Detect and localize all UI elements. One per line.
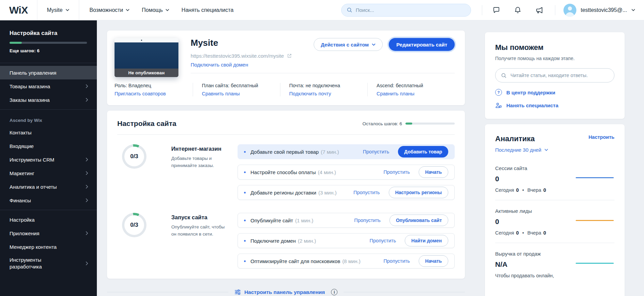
chevron-right-icon: [86, 198, 88, 202]
skip-link[interactable]: Пропустить: [383, 258, 410, 264]
site-menu-dropdown[interactable]: Mysite: [37, 7, 79, 13]
steps-remaining: Осталось шагов: 6: [362, 121, 455, 126]
nav-help[interactable]: Помощь: [142, 7, 169, 13]
help-title: Мы поможем: [495, 43, 614, 52]
setup-section-store: 0/3 Интернет-магазин Добавьте товары и п…: [117, 144, 455, 200]
divider: [107, 292, 228, 292]
divider: [0, 210, 97, 210]
task-optimize-seo: Оптимизируйте сайт для поисковиков (8 ми…: [238, 254, 455, 269]
sidebar-progress-bar: [10, 42, 87, 44]
sidebar-section-ascend: Ascend by Wix: [0, 112, 97, 126]
chevron-down-icon: [126, 9, 129, 11]
setup-section-launch: 0/3 Запуск сайта Опубликуйте сайт, чтобы…: [117, 213, 455, 269]
chevron-right-icon: [86, 261, 88, 265]
setup-regions-button[interactable]: Настроить регионы: [389, 187, 448, 198]
sidebar-item-developer-tools[interactable]: Инструменты разработчика: [0, 254, 97, 273]
hire-specialist-link[interactable]: Нанять специалиста: [495, 102, 614, 109]
analytics-card: Аналитика Настроить Последние 30 дней Се…: [485, 124, 625, 296]
search-icon: [347, 7, 352, 13]
sidebar-item-store-products[interactable]: Товары магазина: [0, 79, 97, 93]
skip-link[interactable]: Пропустить: [353, 190, 380, 195]
hire-specialist-icon: [495, 102, 502, 109]
wix-logo[interactable]: WiX: [0, 4, 37, 16]
search-icon: [501, 73, 507, 78]
external-link-icon[interactable]: [287, 53, 292, 58]
edit-site-button[interactable]: Редактировать сайт: [389, 38, 455, 51]
nav-features-label: Возможности: [89, 7, 123, 13]
nav-features[interactable]: Возможности: [89, 7, 129, 13]
site-url: https://testtestovic395.wixsite.com/mysi…: [191, 53, 284, 59]
chevron-down-icon: [631, 9, 635, 11]
sidebar-item-inbox[interactable]: Входящие: [0, 139, 97, 153]
site-actions-button[interactable]: Действия с сайтом: [314, 38, 383, 51]
add-product-button[interactable]: Добавить товар: [398, 146, 448, 158]
site-thumbnail[interactable]: Не опубликован: [115, 38, 178, 77]
topbar-search[interactable]: [341, 4, 471, 17]
announcements-megaphone-icon[interactable]: [535, 6, 543, 14]
setup-progress-bar: [405, 123, 455, 125]
account-menu[interactable]: testtestovic395@...: [555, 4, 644, 17]
compare-ascend-plans-link[interactable]: Сравнить планы: [377, 91, 414, 96]
start-payments-button[interactable]: Начать: [419, 166, 448, 178]
customize-dashboard-link[interactable]: Настроить панель управления: [234, 289, 325, 295]
info-icon[interactable]: i: [331, 289, 337, 295]
skip-link[interactable]: Пропустить: [354, 218, 381, 223]
progress-ring: 0/3: [122, 144, 146, 169]
divider: [191, 73, 455, 73]
topbar-icons: [482, 6, 555, 14]
help-search-input[interactable]: [510, 73, 609, 78]
sidebar-item-contacts[interactable]: Контакты: [0, 126, 97, 139]
task-add-shipping-regions: Добавьте регионы доставки (3 мин.) Пропу…: [238, 185, 455, 200]
connect-mailbox-link[interactable]: Подключить почту: [289, 91, 331, 96]
bullet-dot-icon: [244, 260, 246, 262]
sidebar-item-apps[interactable]: Приложения: [0, 226, 97, 240]
task-connect-domain: Подключите домен (2 мин.) Пропустить Най…: [238, 233, 455, 248]
skip-link[interactable]: Пропустить: [363, 149, 389, 154]
sidebar-item-store-orders[interactable]: Заказы магазина: [0, 93, 97, 107]
sidebar-item-finance[interactable]: Финансы: [0, 193, 97, 207]
topbar-nav: Возможности Помощь Нанять специалиста: [89, 7, 233, 13]
support-center-link[interactable]: ? В центр поддержки: [495, 89, 614, 96]
chat-icon[interactable]: [492, 6, 500, 14]
analytics-period-dropdown[interactable]: Последние 30 дней: [495, 147, 614, 153]
skip-link[interactable]: Пропустить: [383, 169, 410, 175]
search-input[interactable]: [356, 7, 466, 13]
analytics-title: Аналитика: [495, 134, 535, 143]
chevron-down-icon: [66, 9, 69, 11]
sidebar-item-dashboard[interactable]: Панель управления: [0, 66, 97, 79]
nav-hire-specialist[interactable]: Нанять специалиста: [181, 7, 233, 13]
sidebar-item-settings[interactable]: Настройка: [0, 213, 97, 226]
connect-domain-link[interactable]: Подключить свой домен: [191, 62, 248, 68]
help-card: Мы поможем Получите помощь на каждом эта…: [485, 32, 625, 119]
right-rail: Мы поможем Получите помощь на каждом эта…: [485, 32, 625, 296]
skip-link[interactable]: Пропустить: [370, 238, 396, 243]
divider: [0, 63, 97, 63]
sidebar: Настройка сайта Еще шагов: 6 Панель упра…: [0, 20, 97, 296]
chevron-right-icon: [86, 158, 88, 162]
sliders-icon: [234, 289, 241, 295]
invite-collaborators-link[interactable]: Пригласить соавторов: [115, 91, 166, 96]
info-role: Роль: Владелец Пригласить соавторов: [115, 83, 193, 96]
compare-plans-link[interactable]: Сравнить планы: [202, 91, 240, 96]
sidebar-item-content-manager[interactable]: Менеджер контента: [0, 240, 97, 254]
sidebar-setup-title: Настройка сайта: [10, 30, 87, 37]
start-seo-button[interactable]: Начать: [419, 255, 448, 267]
chevron-down-icon: [372, 43, 376, 46]
sidebar-item-crm-tools[interactable]: Инструменты CRM: [0, 153, 97, 166]
publish-site-button[interactable]: Опубликовать сайт: [389, 215, 448, 226]
sidebar-item-marketing[interactable]: Маркетинг: [0, 166, 97, 180]
sidebar-item-analytics-reports[interactable]: Аналитика и отчеты: [0, 180, 97, 193]
task-publish-site: Опубликуйте сайт (1 мин.) Пропустить Опу…: [238, 213, 455, 228]
analytics-configure-link[interactable]: Настроить: [589, 134, 614, 140]
thumbnail-browser-bar: [115, 38, 178, 42]
main-content: Не опубликован Mysite Действия с сайтом: [107, 31, 465, 295]
site-setup-card: Настройка сайта Осталось шагов: 6 0/3 Ин…: [107, 111, 465, 279]
bullet-dot-icon: [244, 240, 246, 242]
help-search[interactable]: [495, 68, 614, 82]
nav-hire-label: Нанять специалиста: [181, 7, 233, 13]
nav-help-label: Помощь: [142, 7, 163, 13]
divider: [344, 292, 465, 292]
notifications-bell-icon[interactable]: [514, 6, 522, 14]
find-domain-button[interactable]: Найти домен: [405, 235, 448, 246]
main-area: Не опубликован Mysite Действия с сайтом: [97, 20, 644, 296]
